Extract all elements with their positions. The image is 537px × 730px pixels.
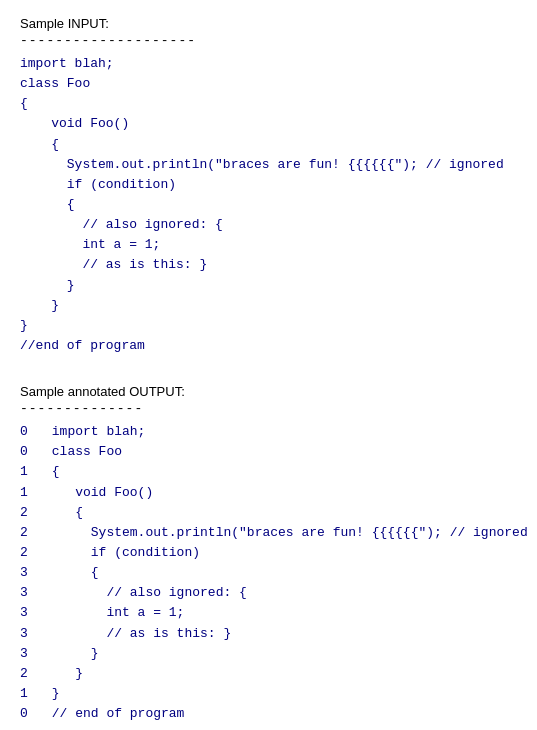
line-number: 2 — [20, 523, 40, 543]
line-code: // also ignored: { — [44, 583, 247, 603]
output-row: 2 { — [20, 503, 517, 523]
line-number: 1 — [20, 462, 40, 482]
output-row: 3 // as is this: } — [20, 624, 517, 644]
line-number: 0 — [20, 422, 40, 442]
line-number: 3 — [20, 583, 40, 603]
line-number: 3 — [20, 624, 40, 644]
line-code: import blah; — [44, 422, 145, 442]
output-section: Sample annotated OUTPUT: -------------- … — [20, 384, 517, 724]
output-row: 0 // end of program — [20, 704, 517, 724]
output-row: 3 } — [20, 644, 517, 664]
output-row: 3 { — [20, 563, 517, 583]
line-code: // as is this: } — [44, 624, 231, 644]
input-code-block: import blah; class Foo { void Foo() { Sy… — [20, 54, 517, 356]
line-code: void Foo() — [44, 483, 153, 503]
line-code: class Foo — [44, 442, 122, 462]
line-code: System.out.println("braces are fun! {{{{… — [44, 523, 528, 543]
line-code: } — [44, 644, 99, 664]
output-row: 3 int a = 1; — [20, 603, 517, 623]
line-number: 2 — [20, 503, 40, 523]
line-code: // end of program — [44, 704, 184, 724]
line-code: int a = 1; — [44, 603, 184, 623]
line-number: 2 — [20, 664, 40, 684]
line-number: 3 — [20, 563, 40, 583]
input-section: Sample INPUT: -------------------- impor… — [20, 16, 517, 356]
input-divider: -------------------- — [20, 33, 517, 48]
line-code: } — [44, 664, 83, 684]
output-row: 1 { — [20, 462, 517, 482]
output-divider: -------------- — [20, 401, 517, 416]
line-number: 3 — [20, 603, 40, 623]
output-row: 0 class Foo — [20, 442, 517, 462]
line-code: if (condition) — [44, 543, 200, 563]
line-code: { — [44, 462, 60, 482]
output-row: 0 import blah; — [20, 422, 517, 442]
output-row: 2 if (condition) — [20, 543, 517, 563]
line-code: { — [44, 503, 83, 523]
output-row: 2 } — [20, 664, 517, 684]
output-row: 3 // also ignored: { — [20, 583, 517, 603]
line-number: 0 — [20, 442, 40, 462]
line-number: 0 — [20, 704, 40, 724]
output-row: 2 System.out.println("braces are fun! {{… — [20, 523, 517, 543]
output-annotated-block: 0 import blah;0 class Foo1 {1 void Foo()… — [20, 422, 517, 724]
output-title: Sample annotated OUTPUT: — [20, 384, 517, 399]
output-row: 1 } — [20, 684, 517, 704]
line-number: 1 — [20, 483, 40, 503]
line-number: 3 — [20, 644, 40, 664]
input-title: Sample INPUT: — [20, 16, 517, 31]
line-number: 2 — [20, 543, 40, 563]
line-code: { — [44, 563, 99, 583]
line-number: 1 — [20, 684, 40, 704]
output-row: 1 void Foo() — [20, 483, 517, 503]
line-code: } — [44, 684, 60, 704]
